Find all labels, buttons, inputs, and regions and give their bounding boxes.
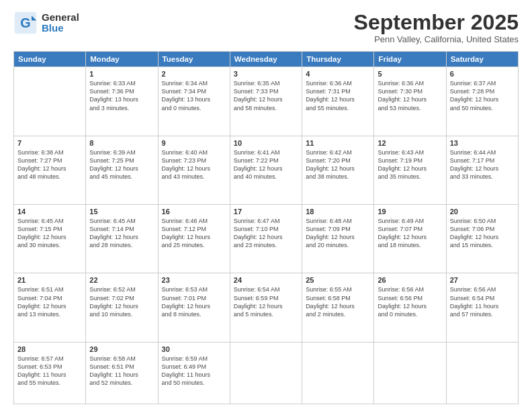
day-info: Sunrise: 6:50 AMSunset: 7:06 PMDaylight:… (450, 217, 515, 250)
header-sunday: Sunday (14, 52, 86, 67)
logo-text: General Blue (42, 12, 79, 34)
day-info: Sunrise: 6:52 AMSunset: 7:02 PMDaylight:… (89, 285, 154, 318)
table-row: 16Sunrise: 6:46 AMSunset: 7:12 PMDayligh… (158, 205, 230, 273)
day-number: 16 (162, 208, 226, 216)
table-row: 15Sunrise: 6:45 AMSunset: 7:14 PMDayligh… (86, 205, 158, 273)
day-info: Sunrise: 6:59 AMSunset: 6:49 PMDaylight:… (162, 355, 226, 387)
day-number: 28 (17, 345, 82, 353)
calendar-week-row: 28Sunrise: 6:57 AMSunset: 6:53 PMDayligh… (14, 342, 519, 404)
day-number: 4 (306, 70, 370, 78)
day-info: Sunrise: 6:49 AMSunset: 7:07 PMDaylight:… (378, 217, 442, 250)
table-row: 9Sunrise: 6:40 AMSunset: 7:23 PMDaylight… (158, 136, 230, 204)
day-info: Sunrise: 6:37 AMSunset: 7:28 PMDaylight:… (450, 79, 515, 112)
day-number: 23 (162, 276, 226, 284)
table-row: 5Sunrise: 6:36 AMSunset: 7:30 PMDaylight… (374, 67, 446, 136)
day-number: 27 (450, 276, 515, 284)
logo-general-text: General (42, 12, 79, 24)
table-row: 23Sunrise: 6:53 AMSunset: 7:01 PMDayligh… (158, 273, 230, 342)
table-row: 18Sunrise: 6:48 AMSunset: 7:09 PMDayligh… (302, 205, 374, 273)
day-number: 20 (450, 208, 515, 216)
day-number: 15 (89, 208, 154, 216)
day-info: Sunrise: 6:57 AMSunset: 6:53 PMDaylight:… (17, 355, 82, 387)
logo-blue-text: Blue (42, 23, 79, 34)
day-number: 5 (378, 70, 442, 78)
table-row: 8Sunrise: 6:39 AMSunset: 7:25 PMDaylight… (86, 136, 158, 204)
day-info: Sunrise: 6:56 AMSunset: 6:56 PMDaylight:… (378, 285, 442, 318)
table-row: 22Sunrise: 6:52 AMSunset: 7:02 PMDayligh… (86, 273, 158, 342)
table-row: 28Sunrise: 6:57 AMSunset: 6:53 PMDayligh… (14, 342, 86, 404)
table-row: 17Sunrise: 6:47 AMSunset: 7:10 PMDayligh… (230, 205, 302, 273)
logo: G General Blue (13, 11, 79, 35)
header-friday: Friday (374, 52, 446, 67)
header: G General Blue September 2025 Penn Valle… (13, 11, 519, 44)
table-row (230, 342, 302, 404)
days-header-row: Sunday Monday Tuesday Wednesday Thursday… (14, 52, 519, 67)
table-row: 19Sunrise: 6:49 AMSunset: 7:07 PMDayligh… (374, 205, 446, 273)
table-row: 27Sunrise: 6:56 AMSunset: 6:54 PMDayligh… (446, 273, 518, 342)
day-number: 13 (450, 139, 515, 147)
day-info: Sunrise: 6:34 AMSunset: 7:34 PMDaylight:… (162, 79, 226, 112)
table-row: 2Sunrise: 6:34 AMSunset: 7:34 PMDaylight… (158, 67, 230, 136)
day-number: 6 (450, 70, 515, 78)
header-tuesday: Tuesday (158, 52, 230, 67)
table-row: 29Sunrise: 6:58 AMSunset: 6:51 PMDayligh… (86, 342, 158, 404)
day-number: 30 (162, 345, 226, 353)
calendar-table: Sunday Monday Tuesday Wednesday Thursday… (13, 51, 519, 404)
day-number: 22 (89, 276, 154, 284)
table-row (374, 342, 446, 404)
title-block: September 2025 Penn Valley, California, … (354, 11, 519, 44)
table-row: 7Sunrise: 6:38 AMSunset: 7:27 PMDaylight… (14, 136, 86, 204)
calendar-week-row: 14Sunrise: 6:45 AMSunset: 7:15 PMDayligh… (14, 205, 519, 273)
day-info: Sunrise: 6:41 AMSunset: 7:22 PMDaylight:… (234, 148, 298, 181)
day-number: 1 (89, 70, 154, 78)
table-row: 30Sunrise: 6:59 AMSunset: 6:49 PMDayligh… (158, 342, 230, 404)
header-monday: Monday (86, 52, 158, 67)
day-number: 18 (306, 208, 370, 216)
svg-text:G: G (20, 15, 30, 30)
table-row: 26Sunrise: 6:56 AMSunset: 6:56 PMDayligh… (374, 273, 446, 342)
day-info: Sunrise: 6:45 AMSunset: 7:15 PMDaylight:… (17, 217, 82, 250)
day-info: Sunrise: 6:44 AMSunset: 7:17 PMDaylight:… (450, 148, 515, 181)
day-number: 8 (89, 139, 154, 147)
table-row: 13Sunrise: 6:44 AMSunset: 7:17 PMDayligh… (446, 136, 518, 204)
table-row: 14Sunrise: 6:45 AMSunset: 7:15 PMDayligh… (14, 205, 86, 273)
table-row: 21Sunrise: 6:51 AMSunset: 7:04 PMDayligh… (14, 273, 86, 342)
calendar-week-row: 1Sunrise: 6:33 AMSunset: 7:36 PMDaylight… (14, 67, 519, 136)
day-number: 7 (17, 139, 82, 147)
day-number: 29 (89, 345, 154, 353)
calendar-week-row: 21Sunrise: 6:51 AMSunset: 7:04 PMDayligh… (14, 273, 519, 342)
day-number: 21 (17, 276, 82, 284)
day-info: Sunrise: 6:53 AMSunset: 7:01 PMDaylight:… (162, 285, 226, 318)
table-row (302, 342, 374, 404)
day-number: 17 (234, 208, 298, 216)
table-row: 3Sunrise: 6:35 AMSunset: 7:33 PMDaylight… (230, 67, 302, 136)
day-number: 12 (378, 139, 442, 147)
day-info: Sunrise: 6:58 AMSunset: 6:51 PMDaylight:… (89, 355, 154, 387)
table-row: 10Sunrise: 6:41 AMSunset: 7:22 PMDayligh… (230, 136, 302, 204)
location-text: Penn Valley, California, United States (354, 34, 519, 44)
day-number: 11 (306, 139, 370, 147)
day-number: 2 (162, 70, 226, 78)
day-info: Sunrise: 6:56 AMSunset: 6:54 PMDaylight:… (450, 285, 515, 318)
table-row: 25Sunrise: 6:55 AMSunset: 6:58 PMDayligh… (302, 273, 374, 342)
day-info: Sunrise: 6:38 AMSunset: 7:27 PMDaylight:… (17, 148, 82, 181)
day-info: Sunrise: 6:47 AMSunset: 7:10 PMDaylight:… (234, 217, 298, 250)
day-info: Sunrise: 6:51 AMSunset: 7:04 PMDaylight:… (17, 285, 82, 318)
day-info: Sunrise: 6:36 AMSunset: 7:30 PMDaylight:… (378, 79, 442, 112)
calendar-week-row: 7Sunrise: 6:38 AMSunset: 7:27 PMDaylight… (14, 136, 519, 204)
day-info: Sunrise: 6:42 AMSunset: 7:20 PMDaylight:… (306, 148, 370, 181)
day-info: Sunrise: 6:33 AMSunset: 7:36 PMDaylight:… (89, 79, 154, 112)
table-row: 1Sunrise: 6:33 AMSunset: 7:36 PMDaylight… (86, 67, 158, 136)
day-info: Sunrise: 6:40 AMSunset: 7:23 PMDaylight:… (162, 148, 226, 181)
header-saturday: Saturday (446, 52, 518, 67)
day-number: 10 (234, 139, 298, 147)
day-info: Sunrise: 6:39 AMSunset: 7:25 PMDaylight:… (89, 148, 154, 181)
logo-icon: G (13, 11, 38, 35)
day-info: Sunrise: 6:48 AMSunset: 7:09 PMDaylight:… (306, 217, 370, 250)
day-info: Sunrise: 6:45 AMSunset: 7:14 PMDaylight:… (89, 217, 154, 250)
header-thursday: Thursday (302, 52, 374, 67)
table-row: 6Sunrise: 6:37 AMSunset: 7:28 PMDaylight… (446, 67, 518, 136)
day-info: Sunrise: 6:54 AMSunset: 6:59 PMDaylight:… (234, 285, 298, 318)
month-title: September 2025 (354, 11, 519, 34)
table-row (14, 67, 86, 136)
